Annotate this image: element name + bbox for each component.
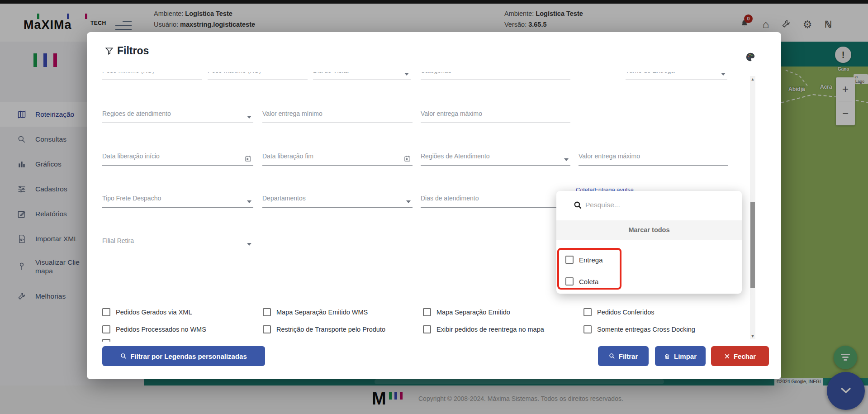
clear-button[interactable]: Limpar (655, 346, 706, 366)
checkbox[interactable] (102, 325, 110, 333)
chevron-down-icon (564, 158, 569, 161)
chevron-down-icon (404, 73, 409, 76)
checkbox[interactable] (583, 308, 592, 316)
field-filial-retira[interactable]: Filial Retira (102, 233, 253, 250)
field-valor-entrega-maximo-2[interactable]: Valor entrega máximo (579, 148, 728, 166)
field-tipo-frete-despacho[interactable]: Tipo Frete Despacho (102, 190, 253, 208)
app-root: MaXIMa TECH Ambiente: Logística Teste Us… (0, 0, 868, 414)
funnel-icon (105, 47, 114, 55)
checkbox[interactable] (102, 339, 110, 342)
search-icon (609, 353, 615, 359)
checkbox-pedidos-processados-no-wms[interactable]: Pedidos Processados no WMS (102, 325, 206, 333)
checkbox[interactable] (102, 308, 110, 316)
checkbox-exibir-pedidos-reentrega[interactable]: Exibir pedidos de reentrega no mapa (423, 325, 544, 333)
checkbox-partial-clipped[interactable] (102, 339, 110, 342)
checkbox-somente-entregas-cross-docking[interactable]: Somente entregas Cross Docking (583, 325, 695, 333)
scroll-up-arrow[interactable]: ▲ (750, 76, 755, 82)
checkbox-mapa-separacao-emitido-wms[interactable]: Mapa Separação Emitido WMS (263, 308, 368, 316)
checkbox-pedidos-conferidos[interactable]: Pedidos Conferidos (583, 308, 655, 316)
field-peso-maximo[interactable]: Peso máximo (KG) (208, 72, 308, 80)
checkbox[interactable] (423, 325, 431, 333)
dropdown-search[interactable] (574, 199, 725, 213)
checkbox[interactable] (263, 308, 271, 316)
field-dias-de-atendimento[interactable]: Dias de atendimento (421, 190, 570, 208)
checkbox-mapa-separacao-emitido[interactable]: Mapa Separação Emitido (423, 308, 510, 316)
filter-button[interactable]: Filtrar (598, 346, 649, 366)
scroll-down-arrow[interactable]: ▼ (750, 333, 755, 339)
checkbox-restricao-transporte-produto[interactable]: Restrição de Transporte pelo Produto (263, 325, 385, 333)
calendar-icon (404, 155, 411, 162)
close-icon (724, 353, 730, 359)
field-dia-de-visita[interactable]: Dia de Visita (313, 72, 411, 80)
checkbox[interactable] (565, 277, 574, 286)
select-all-option[interactable]: Marcar todos (556, 220, 742, 240)
field-valor-entrega-maximo[interactable]: Valor entrega máximo (421, 106, 570, 123)
checkbox[interactable] (263, 325, 271, 333)
dropdown-option-entrega[interactable]: Entrega (565, 256, 603, 264)
filter-by-legends-button[interactable]: Filtrar por Legendas personalizadas (102, 346, 265, 366)
dropdown-option-coleta[interactable]: Coleta (565, 277, 598, 286)
field-regioes-de-atendimento-2[interactable]: Regiões de Atendimento (421, 148, 570, 166)
chevron-down-icon (247, 243, 251, 246)
chevron-down-icon (406, 200, 411, 203)
coleta-entrega-dropdown: Marcar todos Entrega Coleta (556, 191, 742, 294)
modal-title: Filtros (105, 45, 149, 57)
filters-modal: Filtros Peso mínimo (KG) Peso máximo (KG… (87, 32, 781, 379)
palette-icon[interactable] (745, 52, 755, 62)
dropdown-search-input[interactable] (585, 199, 724, 211)
checkbox[interactable] (583, 325, 592, 333)
field-departamentos[interactable]: Departamentos (262, 190, 413, 208)
chevron-down-icon (247, 200, 251, 203)
scrollbar-thumb[interactable] (750, 202, 755, 288)
field-peso-minimo[interactable]: Peso mínimo (KG) (102, 72, 202, 80)
search-icon (574, 201, 582, 209)
modal-scrollbar[interactable]: ▲ ▼ (750, 76, 755, 339)
checkbox[interactable] (423, 308, 431, 316)
field-categorias[interactable]: Categorias (421, 72, 570, 80)
field-turno-de-entrega[interactable]: Turno de Entrega (626, 72, 727, 80)
field-valor-entrega-minimo[interactable]: Valor entrega mínimo (262, 106, 413, 123)
trash-icon (664, 353, 670, 360)
field-data-liberacao-fim[interactable]: Data liberação fim (262, 148, 413, 166)
close-button[interactable]: Fechar (711, 346, 769, 366)
field-regioes-de-atendimento[interactable]: Regioes de atendimento (102, 106, 253, 123)
field-data-liberacao-inicio[interactable]: Data liberação início (102, 148, 253, 166)
chevron-down-icon (721, 73, 726, 76)
search-icon (120, 353, 127, 359)
chevron-down-icon (247, 116, 251, 119)
checkbox-pedidos-gerados-via-xml[interactable]: Pedidos Gerados via XML (102, 308, 192, 316)
checkbox[interactable] (565, 256, 574, 264)
calendar-icon (245, 155, 251, 162)
